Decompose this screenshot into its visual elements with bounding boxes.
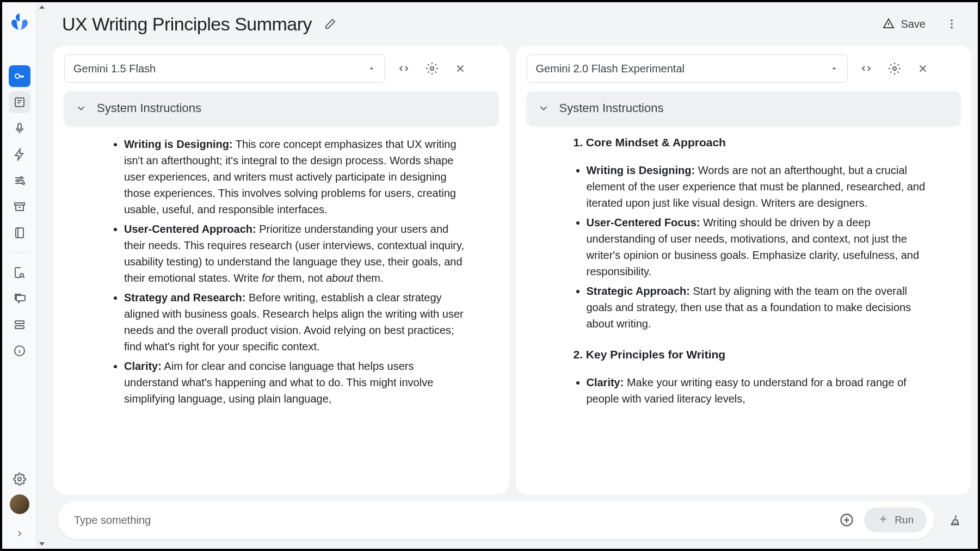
- nav-chat-button[interactable]: [9, 288, 30, 309]
- svg-point-17: [893, 67, 896, 70]
- svg-point-5: [22, 182, 24, 184]
- list-item: Clarity: Aim for clear and concise langu…: [124, 358, 466, 407]
- list-item: User-Centered Focus: Writing should be d…: [587, 214, 928, 280]
- save-label: Save: [901, 18, 926, 30]
- expand-sidebar-button[interactable]: [9, 523, 30, 544]
- svg-point-14: [951, 23, 953, 25]
- model-select-left[interactable]: Gemini 1.5 Flash: [64, 54, 385, 83]
- nav-layout-button[interactable]: [9, 314, 30, 336]
- main-area: UX Writing Principles Summary Save Gemin…: [47, 2, 978, 549]
- nav-mic-button[interactable]: [9, 117, 30, 139]
- section-heading: 1. Core Mindset & Approach: [574, 136, 928, 149]
- list-item: Strategic Approach: Start by aligning wi…: [587, 283, 928, 332]
- user-avatar[interactable]: [10, 494, 29, 514]
- rail-divider: [11, 252, 28, 253]
- nav-archive-button[interactable]: [9, 196, 30, 218]
- list-item: User-Centered Approach: Prioritize under…: [124, 221, 466, 286]
- model-select-right[interactable]: Gemini 2.0 Flash Experimental: [527, 54, 848, 83]
- page-title: UX Writing Principles Summary: [62, 14, 312, 35]
- svg-rect-6: [15, 203, 24, 205]
- svg-rect-9: [15, 321, 24, 324]
- nav-book-button[interactable]: [9, 222, 30, 244]
- nav-flash-button[interactable]: [9, 144, 30, 165]
- svg-point-4: [17, 179, 19, 182]
- pane-left-body[interactable]: Writing is Designing: This core concept …: [53, 125, 509, 494]
- svg-rect-2: [18, 123, 21, 129]
- topbar: UX Writing Principles Summary Save: [47, 2, 978, 46]
- list-item: Strategy and Research: Before writing, e…: [124, 289, 466, 355]
- pane-right-header: Gemini 2.0 Flash Experimental: [516, 46, 972, 91]
- nav-settings-button[interactable]: [9, 468, 30, 490]
- system-instructions-label: System Instructions: [559, 101, 664, 115]
- list-item: Clarity: Make your writing easy to under…: [587, 374, 928, 407]
- pane-right-body[interactable]: 1. Core Mindset & Approach Writing is De…: [516, 125, 972, 494]
- system-instructions-right[interactable]: System Instructions: [527, 91, 961, 125]
- sidebar-scrollbar[interactable]: [37, 2, 47, 549]
- prompt-input[interactable]: [74, 514, 829, 527]
- system-instructions-left[interactable]: System Instructions: [64, 91, 498, 125]
- code-button-right[interactable]: [856, 59, 876, 78]
- model-select-label: Gemini 1.5 Flash: [73, 63, 156, 75]
- svg-point-12: [18, 478, 21, 481]
- left-sidebar: [2, 2, 37, 549]
- svg-point-15: [951, 27, 953, 29]
- list-item: Writing is Designing: This core concept …: [124, 136, 466, 218]
- nav-doc-search-button[interactable]: [9, 262, 30, 283]
- nav-info-button[interactable]: [9, 340, 30, 362]
- app-logo[interactable]: [10, 12, 29, 34]
- settings-button-right[interactable]: [885, 59, 904, 78]
- svg-point-0: [15, 74, 20, 78]
- pane-left: Gemini 1.5 Flash System Instruct: [53, 46, 509, 494]
- svg-point-3: [20, 177, 22, 179]
- section-heading: 2. Key Principles for Writing: [574, 348, 928, 361]
- compare-container: Gemini 1.5 Flash System Instruct: [47, 46, 978, 494]
- nav-tune-button[interactable]: [9, 170, 30, 191]
- chevron-down-icon: [538, 102, 550, 114]
- list-item: Writing is Designing: Words are not an a…: [587, 162, 928, 211]
- add-button[interactable]: [836, 509, 858, 531]
- pane-right: Gemini 2.0 Flash Experimental Sy: [516, 46, 972, 494]
- prompt-input-container: Run: [58, 501, 934, 539]
- more-menu-button[interactable]: [941, 13, 963, 35]
- svg-point-13: [951, 20, 953, 22]
- chevron-down-icon: [75, 102, 87, 114]
- pane-left-header: Gemini 1.5 Flash: [53, 46, 509, 91]
- svg-rect-7: [16, 228, 23, 238]
- model-select-label: Gemini 2.0 Flash Experimental: [536, 63, 685, 75]
- clear-button[interactable]: [943, 508, 967, 532]
- edit-title-button[interactable]: [320, 14, 340, 34]
- svg-point-8: [20, 274, 23, 277]
- system-instructions-label: System Instructions: [97, 101, 201, 115]
- nav-prompt-button[interactable]: [9, 91, 30, 113]
- svg-point-16: [430, 67, 434, 70]
- close-button-right[interactable]: [913, 59, 933, 78]
- close-button-left[interactable]: [451, 59, 470, 78]
- settings-button-left[interactable]: [422, 59, 442, 78]
- code-button-left[interactable]: [394, 59, 414, 78]
- run-label: Run: [895, 514, 914, 526]
- run-button[interactable]: Run: [864, 507, 927, 533]
- bottom-bar: Run: [47, 501, 978, 549]
- save-button[interactable]: Save: [876, 13, 932, 35]
- svg-rect-10: [15, 326, 24, 329]
- nav-key-button[interactable]: [9, 65, 30, 87]
